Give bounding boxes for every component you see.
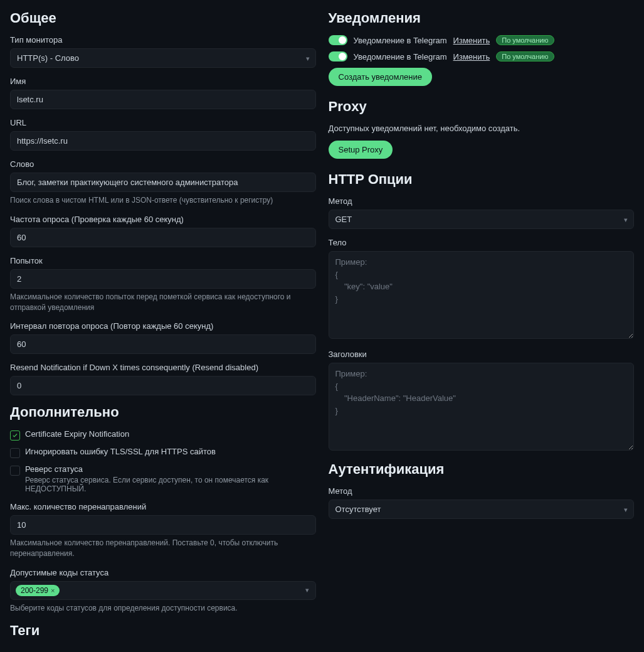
ignore-tls-label: Игнорировать ошибку TLS/SSL для HTTPS са… xyxy=(25,447,216,456)
notification-text: Уведомление в Telegram xyxy=(354,36,447,45)
upside-down-checkbox[interactable] xyxy=(10,466,20,476)
cert-expiry-label: Certificate Expiry Notification xyxy=(25,429,129,439)
resend-input[interactable] xyxy=(10,376,316,395)
max-redirects-help: Максимальное количество перенаправлений.… xyxy=(10,538,316,559)
default-badge: По умолчанию xyxy=(496,35,554,45)
section-http-title: HTTP Опции xyxy=(329,171,635,188)
auth-method-label: Метод xyxy=(329,486,635,496)
notification-toggle[interactable] xyxy=(329,35,347,45)
max-redirects-input[interactable] xyxy=(10,515,316,535)
status-codes-help: Выберите коды статусов для определения д… xyxy=(10,603,316,614)
word-input[interactable] xyxy=(10,173,316,192)
interval-label: Частота опроса (Проверка каждые 60 секун… xyxy=(10,215,316,224)
default-badge: По умолчанию xyxy=(496,51,554,61)
word-label: Слово xyxy=(10,159,316,169)
chevron-down-icon: ▾ xyxy=(305,586,309,594)
section-advanced-title: Дополнительно xyxy=(10,404,316,420)
retries-input[interactable] xyxy=(10,269,316,289)
http-headers-label: Заголовки xyxy=(329,350,635,359)
word-help: Поиск слова в чистом HTML или в JSON-отв… xyxy=(10,195,316,206)
auth-method-select[interactable]: Отсутствует xyxy=(329,500,635,519)
interval-input[interactable] xyxy=(10,228,316,247)
http-method-select[interactable]: GET xyxy=(329,210,635,229)
http-method-label: Метод xyxy=(329,196,635,206)
status-codes-label: Допустимые коды статуса xyxy=(10,568,316,577)
proxy-desc: Доступных уведомлений нет, необходимо со… xyxy=(329,124,635,133)
section-general-title: Общее xyxy=(10,10,316,26)
notification-edit-link[interactable]: Изменить xyxy=(453,52,490,61)
ignore-tls-checkbox[interactable] xyxy=(10,448,20,458)
notification-row: Уведомление в Telegram Изменить По умолч… xyxy=(329,35,635,45)
upside-down-sub: Реверс статуса сервиса. Если сервис дост… xyxy=(25,476,316,493)
section-auth-title: Аутентификация xyxy=(329,461,635,478)
retry-interval-label: Интервал повтора опроса (Повтор каждые 6… xyxy=(10,321,316,331)
retry-interval-input[interactable] xyxy=(10,334,316,354)
name-label: Имя xyxy=(10,77,316,86)
setup-proxy-button[interactable]: Setup Proxy xyxy=(329,141,393,159)
create-notification-button[interactable]: Создать уведомление xyxy=(329,68,432,86)
url-input[interactable] xyxy=(10,131,316,151)
section-proxy-title: Proxy xyxy=(329,99,635,115)
section-notifications-title: Уведомления xyxy=(329,10,635,26)
notification-edit-link[interactable]: Изменить xyxy=(453,36,490,45)
max-redirects-label: Макс. количество перенаправлений xyxy=(10,502,316,511)
notification-toggle[interactable] xyxy=(329,51,347,61)
monitor-type-label: Тип монитора xyxy=(10,35,316,45)
http-body-label: Тело xyxy=(329,238,635,247)
cert-expiry-checkbox[interactable] xyxy=(10,430,20,441)
section-tags-title: Теги xyxy=(10,623,316,639)
notification-row: Уведомление в Telegram Изменить По умолч… xyxy=(329,51,635,61)
resend-label: Resend Notification if Down X times cons… xyxy=(10,363,316,372)
url-label: URL xyxy=(10,118,316,127)
retries-help: Максимальное количество попыток перед по… xyxy=(10,292,316,313)
retries-label: Попыток xyxy=(10,256,316,265)
status-code-tag-label: 200-299 xyxy=(21,586,48,595)
http-headers-textarea[interactable] xyxy=(329,363,635,451)
close-icon[interactable]: × xyxy=(51,587,55,594)
upside-down-label: Реверс статуса xyxy=(25,464,316,474)
name-input[interactable] xyxy=(10,90,316,109)
notification-text: Уведомление в Telegram xyxy=(354,52,447,61)
status-code-tag[interactable]: 200-299 × xyxy=(16,585,60,596)
monitor-type-select[interactable]: HTTP(s) - Слово xyxy=(10,48,316,68)
http-body-textarea[interactable] xyxy=(329,251,635,339)
status-codes-select[interactable]: 200-299 × ▾ xyxy=(10,581,316,600)
